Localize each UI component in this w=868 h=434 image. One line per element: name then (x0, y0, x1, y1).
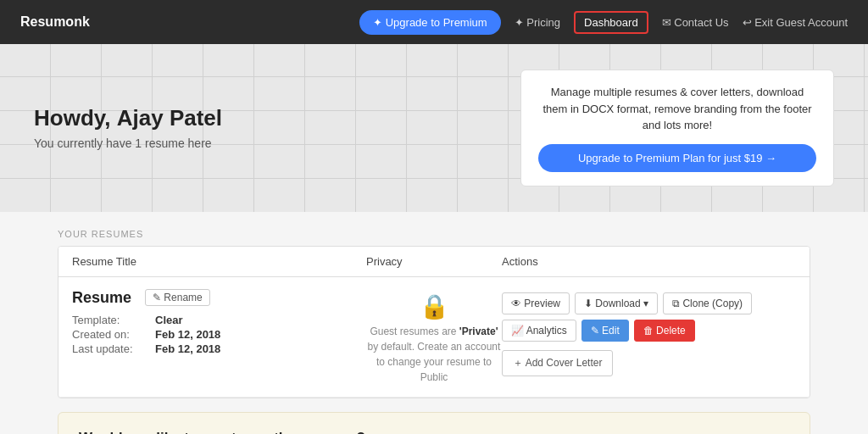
updated-label: Last update: (72, 342, 148, 355)
resume-name: Resume (72, 289, 131, 307)
upgrade-to-premium-button[interactable]: ✦ Upgrade to Premium (359, 10, 501, 35)
dashboard-link[interactable]: Dashboard (574, 11, 648, 34)
cta-text: Would you like to create another resume?… (79, 430, 554, 435)
download-button[interactable]: ⬇ Download ▾ (575, 292, 658, 314)
cta-box: Would you like to create another resume?… (58, 412, 810, 435)
hero-section: Howdy, Ajay Patel You currently have 1 r… (0, 44, 868, 212)
contact-us-link[interactable]: ✉ Contact Us (662, 16, 729, 29)
rename-button[interactable]: ✎ Rename (145, 289, 210, 306)
main-content: YOUR RESUMES Resume Title Privacy Action… (44, 229, 824, 435)
hero-upgrade-button[interactable]: Upgrade to Premium Plan for just $19 → (538, 144, 816, 172)
pricing-link[interactable]: ✦ Pricing (515, 16, 560, 29)
created-value: Feb 12, 2018 (155, 328, 220, 341)
template-value: Clear (155, 314, 183, 326)
privacy-cell: 🔒 Guest resumes are 'Private' by default… (366, 289, 502, 385)
cta-heading: Would you like to create another resume? (79, 430, 554, 435)
preview-button[interactable]: 👁 Preview (502, 292, 570, 314)
updated-row: Last update: Feb 12, 2018 (72, 342, 366, 355)
table-row: Resume ✎ Rename Template: Clear Created … (58, 277, 810, 398)
resumes-table: Resume Title Privacy Actions Resume ✎ Re… (58, 246, 810, 398)
secondary-actions: ＋ Add Cover Letter (502, 350, 796, 376)
hero-username: Ajay Patel (117, 105, 222, 131)
primary-actions: 👁 Preview ⬇ Download ▾ ⧉ Clone (Copy) 📈 … (502, 292, 796, 342)
created-label: Created on: (72, 328, 148, 341)
actions-cell: 👁 Preview ⬇ Download ▾ ⧉ Clone (Copy) 📈 … (502, 289, 796, 376)
template-row: Template: Clear (72, 314, 366, 326)
exit-guest-link[interactable]: ↩ Exit Guest Account (743, 16, 848, 29)
updated-value: Feb 12, 2018 (155, 342, 220, 355)
brand-logo: Resumonk (20, 14, 90, 30)
section-label: YOUR RESUMES (58, 229, 810, 239)
delete-button[interactable]: 🗑 Delete (634, 320, 695, 342)
hero-promo-card: Manage multiple resumes & cover letters,… (520, 70, 834, 186)
hero-greeting: Howdy, Ajay Patel You currently have 1 r… (34, 105, 222, 150)
dashboard-link-label: Dashboard (584, 16, 638, 29)
lock-icon: 🔒 (366, 292, 502, 320)
hero-greeting-text: Howdy, (34, 105, 111, 131)
hero-promo-text: Manage multiple resumes & cover letters,… (538, 84, 816, 134)
hero-title: Howdy, Ajay Patel (34, 105, 222, 131)
clone-button[interactable]: ⧉ Clone (Copy) (663, 292, 752, 314)
pricing-link-label: ✦ Pricing (515, 16, 560, 29)
resume-meta: Template: Clear Created on: Feb 12, 2018… (72, 314, 366, 355)
add-cover-letter-button[interactable]: ＋ Add Cover Letter (502, 350, 613, 376)
col-header-title: Resume Title (72, 255, 366, 268)
edit-button[interactable]: ✎ Edit (581, 320, 629, 342)
navbar: Resumonk ✦ Upgrade to Premium ✦ Pricing … (0, 0, 868, 44)
exit-guest-label: ↩ Exit Guest Account (743, 16, 848, 29)
resume-title-cell: Resume ✎ Rename Template: Clear Created … (72, 289, 366, 357)
col-header-privacy: Privacy (366, 255, 502, 268)
hero-subtitle: You currently have 1 resume here (34, 136, 222, 150)
analytics-button[interactable]: 📈 Analytics (502, 320, 576, 342)
privacy-text: Guest resumes are 'Private' by default. … (366, 324, 502, 385)
table-header: Resume Title Privacy Actions (58, 247, 810, 277)
col-header-actions: Actions (502, 255, 796, 268)
template-label: Template: (72, 314, 148, 326)
contact-us-label: ✉ Contact Us (662, 16, 729, 29)
created-row: Created on: Feb 12, 2018 (72, 328, 366, 341)
